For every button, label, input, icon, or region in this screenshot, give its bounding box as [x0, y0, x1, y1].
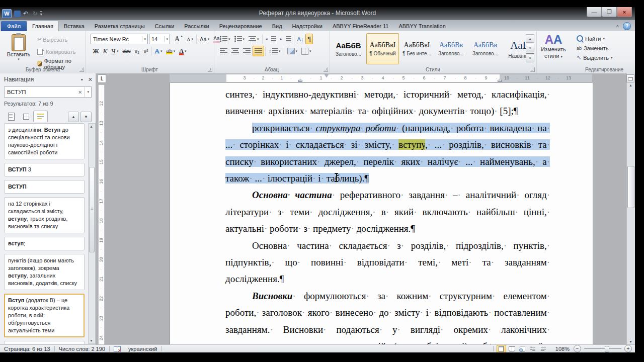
styles-scroll-down[interactable]: ▾	[526, 44, 534, 52]
language-indicator[interactable]: украинский	[124, 345, 161, 352]
tab-главная[interactable]: Главная	[27, 21, 59, 31]
search-result-3[interactable]: ВСТУП	[4, 180, 85, 194]
nav-tab-pages[interactable]	[19, 111, 33, 122]
search-options-arrow[interactable]: ▾	[85, 87, 91, 97]
text-effects-button[interactable]: А▾	[153, 46, 165, 56]
paragraph-1[interactable]: синтез,· індуктивно-дедуктивні· методи,·…	[225, 86, 550, 120]
nav-results-scrollbar[interactable]: ▲ ▼	[88, 123, 96, 344]
font-dialog-launcher[interactable]	[208, 67, 212, 72]
align-right-button[interactable]	[241, 46, 253, 56]
next-result-button[interactable]: ▼	[80, 112, 92, 122]
sort-button[interactable]: А↓	[295, 34, 306, 44]
line-spacing-button[interactable]: ↕▾	[267, 46, 283, 56]
italic-button[interactable]: К	[101, 46, 110, 56]
scrollbar-thumb[interactable]	[627, 166, 634, 208]
tab-рецензирование[interactable]: Рецензирование	[214, 21, 267, 31]
cut-button[interactable]: ✂Вырезать	[35, 34, 86, 45]
right-indent-marker[interactable]	[498, 78, 502, 82]
justify-button[interactable]	[253, 46, 264, 56]
styles-more-button[interactable]: ▾	[526, 53, 534, 62]
restore-button[interactable]: ❐	[602, 7, 617, 17]
search-result-4[interactable]: на 12 сторінках і складається зі змісту,…	[4, 197, 85, 233]
navigation-close-icon[interactable]: ✕	[88, 76, 93, 83]
numbering-button[interactable]: ▾	[232, 34, 247, 44]
search-result-6[interactable]: пунктів (якщо вони мають заголовок), зок…	[4, 254, 85, 290]
navigation-options-arrow[interactable]: ▾	[81, 77, 83, 82]
vertical-ruler[interactable]: 12·13·14·15·16·17·18·19·20·21·22·23·24·	[98, 84, 105, 345]
replace-button[interactable]: abЗаменить	[574, 43, 612, 53]
ruler-toggle-button[interactable]	[626, 74, 634, 82]
zoom-level[interactable]: 108%	[551, 346, 574, 352]
search-result-7[interactable]: Вступ (додаток В) – це коротка характери…	[4, 294, 85, 337]
zoom-slider-thumb[interactable]	[605, 346, 609, 352]
paragraph-dialog-launcher[interactable]	[324, 67, 328, 72]
search-result-8[interactable]: на ... сторінках і складається	[4, 341, 85, 344]
help-icon[interactable]: ?	[623, 22, 631, 30]
find-button[interactable]: Найти▾	[574, 34, 612, 43]
tab-abbyy-translation[interactable]: ABBYY Translation	[393, 21, 450, 31]
search-result-5[interactable]: вступ;	[4, 237, 85, 250]
style-card-4[interactable]: АаБбВвЗаголово...	[435, 33, 467, 64]
font-color-button[interactable]: А▾	[177, 46, 188, 56]
paragraph-4[interactable]: Основна· частина· складається· з· розділ…	[225, 237, 550, 288]
tab-вид[interactable]: Вид	[267, 21, 287, 31]
minimize-button[interactable]: —	[587, 7, 602, 17]
style-card-5[interactable]: АаБбВвЗаголово...	[469, 33, 502, 64]
nav-scroll-down-icon[interactable]: ▼	[90, 339, 94, 342]
tab-рассылки[interactable]: Рассылки	[179, 21, 214, 31]
highlight-color-button[interactable]: ab▾	[164, 46, 177, 56]
align-center-button[interactable]	[229, 46, 241, 56]
decrease-indent-button[interactable]: ◂	[264, 34, 278, 44]
document-page[interactable]: синтез,· індуктивно-дедуктивні· методи,·…	[170, 83, 593, 345]
nav-scroll-up-icon[interactable]: ▲	[90, 125, 94, 128]
paragraph-5[interactable]: Висновки· формулюються· за· кожним· стру…	[225, 288, 550, 345]
view-draft-button[interactable]	[539, 345, 548, 353]
increase-indent-button[interactable]: ▸	[278, 34, 293, 44]
document-scrollbar[interactable]: ▲ ▼	[626, 73, 635, 345]
borders-button[interactable]: ▾	[299, 46, 313, 56]
previous-result-button[interactable]: ▲	[68, 112, 79, 122]
clipboard-dialog-launcher[interactable]	[79, 67, 84, 72]
nav-tab-headings[interactable]	[4, 111, 19, 122]
paragraph-2[interactable]: розкривається· структура· роботи· (напри…	[225, 120, 550, 187]
tab-вставка[interactable]: Вставка	[59, 21, 90, 31]
shading-button[interactable]: ▾	[285, 46, 300, 56]
tab-надстройки[interactable]: Надстройки	[287, 21, 328, 31]
close-button[interactable]: ×	[617, 7, 632, 17]
nav-scrollbar-thumb[interactable]	[89, 167, 95, 252]
styles-dialog-launcher[interactable]	[530, 67, 535, 72]
bullets-button[interactable]: ▾	[218, 34, 232, 44]
search-result-2[interactable]: ВСТУП 3	[4, 163, 85, 176]
paragraph-3[interactable]: Основна· частина· реферативного· завданн…	[225, 187, 550, 237]
paste-button[interactable]: Вставить ▾	[4, 33, 33, 69]
zoom-slider[interactable]	[584, 348, 621, 349]
view-web-layout-button[interactable]	[518, 345, 527, 353]
style-card-3[interactable]: АаБбВвІ¶ Без инте...	[400, 33, 433, 64]
underline-button[interactable]: Ч▾	[110, 46, 121, 56]
show-formatting-marks-button[interactable]: ¶	[305, 34, 313, 44]
search-clear-icon[interactable]: ✕	[75, 89, 85, 95]
zoom-in-button[interactable]: +	[624, 345, 632, 352]
tab-file[interactable]: Файл	[1, 21, 27, 31]
page-indicator[interactable]: Страница: 6 из 13	[0, 345, 54, 352]
view-outline-button[interactable]	[528, 345, 538, 353]
multilevel-list-button[interactable]: ▾	[247, 34, 261, 44]
navigation-search-input[interactable]: ВСТУП ✕ ▾	[4, 86, 92, 98]
scroll-up-icon[interactable]: ▲	[628, 83, 633, 87]
style-card-1[interactable]: АаБбВЗаголово...	[332, 33, 365, 64]
select-button[interactable]: ↖Выделить▾	[574, 53, 612, 62]
style-card-2[interactable]: АаБбВвІ¶ Обычный	[366, 33, 399, 64]
change-case-button[interactable]: Аа▾	[198, 34, 211, 44]
search-result-1[interactable]: з дисципліни: Вступ до спеціальності та …	[4, 123, 85, 159]
view-print-layout-button[interactable]	[497, 345, 506, 353]
align-left-button[interactable]	[218, 46, 229, 56]
font-size-combobox[interactable]: 14▾	[149, 34, 170, 44]
tab-разметка-страницы[interactable]: Разметка страницы	[90, 21, 150, 31]
view-fullscreen-reading-button[interactable]	[507, 345, 517, 353]
tab-abbyy-finereader-11[interactable]: ABBYY FineReader 11	[328, 21, 394, 31]
subscript-button[interactable]: x₂	[133, 46, 142, 56]
scroll-down-icon[interactable]: ▼	[628, 340, 633, 343]
grow-font-button[interactable]: А▴	[173, 34, 185, 44]
horizontal-ruler[interactable]: 3·2·1·1·2·3·4·5·6·7·8·9·10·11·12·13·	[170, 74, 592, 82]
first-line-indent-marker[interactable]	[325, 74, 329, 77]
